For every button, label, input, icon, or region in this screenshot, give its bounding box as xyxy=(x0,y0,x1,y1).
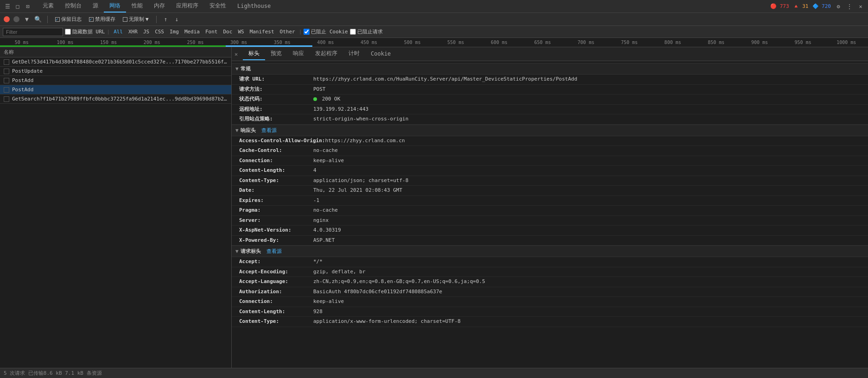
error-badge: 🔴 773 xyxy=(770,3,789,9)
blocked-request-filter[interactable]: 已阻止请求 xyxy=(350,28,383,35)
ae-val: gzip, deflate, br xyxy=(313,268,366,276)
filter-font[interactable]: Font xyxy=(203,28,220,35)
filter-xhr[interactable]: XHR xyxy=(127,28,139,35)
filter-media[interactable]: Media xyxy=(183,28,202,35)
request-row[interactable]: GetSearch?f1b471b27989ffbfc0bbbc37225fa9… xyxy=(0,94,231,104)
response-headers-view-source[interactable]: 查看源 xyxy=(261,127,277,134)
filter-manifest[interactable]: Manifest xyxy=(248,28,276,35)
status-bar: 5 次请求 已传输8.6 kB 7.1 kB 条资源 xyxy=(0,368,868,378)
inspect-icon[interactable]: ⊡ xyxy=(24,3,32,10)
tab-lighthouse[interactable]: Lighthouse xyxy=(232,1,276,12)
response-headers-section-header[interactable]: ▼ 响应头 查看源 xyxy=(232,125,868,136)
name-column-header: 名称 xyxy=(4,49,14,56)
expires-val: -1 xyxy=(313,197,319,205)
tab-headers[interactable]: 标头 xyxy=(243,48,265,60)
status-key: 状态代码: xyxy=(239,95,313,103)
acao-key: Access-Control-Allow-Origin: xyxy=(239,137,325,145)
tab-memory[interactable]: 内存 xyxy=(148,0,171,13)
general-section-header[interactable]: ▼ 常规 xyxy=(232,63,868,75)
search-icon[interactable]: 🔍 xyxy=(34,16,42,23)
filter-css[interactable]: CSS xyxy=(153,28,166,35)
response-headers-arrow-icon: ▼ xyxy=(235,127,239,133)
conn2-key: Connection: xyxy=(239,298,313,306)
detail-close-icon[interactable]: ✕ xyxy=(234,51,241,57)
method-key: 请求方法: xyxy=(239,86,313,94)
request-row[interactable]: PostUpdate xyxy=(0,67,231,76)
request-headers-view-source[interactable]: 查看源 xyxy=(266,248,282,255)
filter-js[interactable]: JS xyxy=(141,28,151,35)
tab-security[interactable]: 安全性 xyxy=(204,0,232,13)
tab-network[interactable]: 网络 xyxy=(104,0,126,13)
export-icon[interactable]: ↓ xyxy=(173,16,181,23)
import-icon[interactable]: ↑ xyxy=(162,16,170,23)
throttle-arrow: ▼ xyxy=(146,16,149,22)
tab-performance[interactable]: 性能 xyxy=(126,0,148,13)
filter-all[interactable]: All xyxy=(112,28,125,35)
hide-data-url-checkbox[interactable]: 隐藏数据 URL xyxy=(65,28,105,35)
settings-icon[interactable]: ⚙ xyxy=(835,3,842,10)
more-icon[interactable]: ⋮ xyxy=(846,3,853,10)
tab-cookies[interactable]: Cookie xyxy=(365,49,396,60)
response-headers-title: 响应头 xyxy=(241,127,256,134)
tab-console[interactable]: 控制台 xyxy=(59,0,87,13)
clear-button[interactable] xyxy=(13,16,19,22)
disable-cache-checkbox[interactable] xyxy=(89,17,94,22)
record-button[interactable] xyxy=(4,16,10,22)
status-text: 200 OK xyxy=(322,96,341,102)
filter-ws[interactable]: WS xyxy=(236,28,246,35)
tab-preview[interactable]: 预览 xyxy=(265,48,287,60)
request-list: GetDel?53d417b4d3804788480ce0271b36b5d01… xyxy=(0,57,231,368)
tab-initiator[interactable]: 发起程序 xyxy=(310,48,343,60)
request-row-selected[interactable]: PostAdd xyxy=(0,85,231,94)
filter-icon[interactable]: ▼ xyxy=(23,16,31,23)
request-row[interactable]: PostAdd xyxy=(0,76,231,85)
referrer-val: strict-origin-when-cross-origin xyxy=(313,115,408,123)
timeline-300ms: 300 ms xyxy=(217,40,260,45)
close-icon[interactable]: ✕ xyxy=(857,3,864,10)
blocked-cookie-check[interactable] xyxy=(304,29,310,35)
filter-doc[interactable]: Doc xyxy=(222,28,234,35)
timeline-150ms: 150 ms xyxy=(87,40,130,45)
throttle-checkbox[interactable] xyxy=(123,17,127,22)
tab-elements[interactable]: 元素 xyxy=(37,0,59,13)
dock-icon[interactable]: □ xyxy=(14,3,21,10)
date-key: Date: xyxy=(239,187,313,195)
status-bar-text: 5 次请求 已传输8.6 kB 7.1 kB 条资源 xyxy=(4,370,102,377)
tab-timing[interactable]: 计时 xyxy=(343,48,365,60)
left-panel-header: 名称 xyxy=(0,47,231,57)
menu-icon[interactable]: ☰ xyxy=(4,3,11,10)
request-headers-section-header[interactable]: ▼ 请求标头 查看源 xyxy=(232,246,868,257)
tab-response[interactable]: 响应 xyxy=(287,48,310,60)
al-key: Accept-Language: xyxy=(239,278,313,286)
filter-input[interactable] xyxy=(3,28,63,36)
blocked-cookie-filter[interactable]: 已阻止 Cookie xyxy=(304,28,348,35)
request-name: PostUpdate xyxy=(12,68,43,74)
xpb-val: ASP.NET xyxy=(313,237,335,245)
filter-other[interactable]: Other xyxy=(278,28,297,35)
timeline-700ms: 700 ms xyxy=(564,40,608,45)
disable-cache-btn[interactable]: 禁用缓存 xyxy=(87,15,117,24)
tab-application[interactable]: 应用程序 xyxy=(171,0,204,13)
throttle-btn[interactable]: 无限制 ▼ xyxy=(121,15,151,24)
blocked-request-check[interactable] xyxy=(350,29,356,35)
accept-val: */* xyxy=(313,258,323,266)
preserve-log-btn[interactable]: 保留日志 xyxy=(53,15,83,24)
request-row[interactable]: GetDel?53d417b4d3804788480ce0271b36b5d01… xyxy=(0,57,231,67)
req-header-cl2: Content-Length: 928 xyxy=(232,307,868,317)
cl2-key: Content-Length: xyxy=(239,308,313,316)
cc-val: no-cache xyxy=(313,147,338,155)
preserve-log-checkbox[interactable] xyxy=(55,17,60,22)
aspnet-val: 4.0.30319 xyxy=(313,227,341,234)
resp-header-aspnet: X-AspNet-Version: 4.0.30319 xyxy=(232,226,868,236)
hide-data-url-check[interactable] xyxy=(65,29,71,35)
status-val: 200 OK xyxy=(313,95,340,103)
method-val: POST xyxy=(313,86,326,94)
status-dot xyxy=(313,97,317,101)
tab-sources[interactable]: 源 xyxy=(87,0,104,13)
filter-img[interactable]: Img xyxy=(168,28,181,35)
timeline-850ms: 850 ms xyxy=(695,40,738,45)
server-val: nginx xyxy=(313,217,329,225)
timeline-450ms: 450 ms xyxy=(347,40,391,45)
resp-header-cc: Cache-Control: no-cache xyxy=(232,146,868,156)
req-header-conn2: Connection: keep-alive xyxy=(232,297,868,307)
